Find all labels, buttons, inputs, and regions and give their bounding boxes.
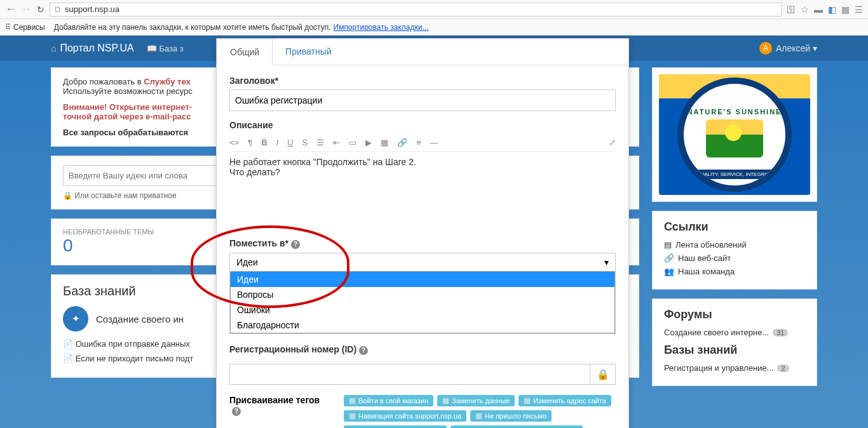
ext1-icon[interactable]: ▬ <box>814 4 823 15</box>
logo-text-top: NATURE'S SUNSHINE <box>688 108 782 116</box>
category-dropdown: Идеи Вопросы Ошибки Благодарности <box>230 271 615 333</box>
option-thanks[interactable]: Благодарности <box>231 318 614 333</box>
tab-public[interactable]: Общий <box>217 39 273 65</box>
tag-item[interactable]: Изменить адрес сайта <box>519 395 611 406</box>
tag-item[interactable]: Заменить данные <box>437 395 515 406</box>
user-name[interactable]: Алексей ▾ <box>776 43 817 53</box>
logo-card: NATURE'S SUNSHINE QUALITY, SERVICE, INTE… <box>652 67 817 202</box>
people-icon: 👥 <box>664 267 674 276</box>
link-icon[interactable]: 🔗 <box>397 138 407 147</box>
import-bookmarks-link[interactable]: Импортировать закладки... <box>334 23 429 32</box>
bookmark-hint: Добавляйте на эту панель закладки, к кот… <box>54 23 331 32</box>
link-icon: 🔗 <box>664 253 674 263</box>
home-icon: ⌂ <box>51 43 56 53</box>
forums-title: Форумы <box>664 308 805 321</box>
address-bar[interactable]: 🗋 support.nsp.ua <box>50 3 782 17</box>
kb-side-title: Базы знаний <box>664 344 805 357</box>
help-icon[interactable]: ? <box>232 407 241 416</box>
desc-label: Описание <box>229 120 616 130</box>
back-button[interactable]: ← <box>5 3 17 16</box>
brand-title[interactable]: Портал NSP.UA <box>60 43 133 54</box>
table-icon[interactable]: ▦ <box>381 138 388 147</box>
option-ideas[interactable]: Идеи <box>231 272 614 287</box>
place-label: Поместить в*? <box>229 238 616 249</box>
select-current-value: Идеи <box>236 257 258 267</box>
lock-icon[interactable]: 🔒 <box>590 364 616 385</box>
apps-icon[interactable]: ⠿ <box>5 23 11 32</box>
link-team[interactable]: 👥Наша команда <box>664 267 805 276</box>
tag-item[interactable]: Навигация сайта support.nsp.ua <box>344 410 466 422</box>
tag-item[interactable]: Не пришло письмо <box>470 410 552 422</box>
description-editor[interactable]: Не работает кнопка "Продолжить" на Шаге … <box>229 157 616 227</box>
category-select[interactable]: Идеи ▾ Идеи Вопросы Ошибки Благодарности <box>229 253 616 334</box>
user-avatar[interactable]: А <box>759 42 772 55</box>
indent-icon[interactable]: ⇤ <box>333 138 340 147</box>
forum-count-badge: 31 <box>773 329 788 337</box>
code-icon[interactable]: <> <box>229 138 239 147</box>
align-icon[interactable]: ≡ <box>416 138 421 147</box>
nav-kb[interactable]: 📖 База з <box>147 44 184 53</box>
tab-private[interactable]: Приватный <box>273 39 344 65</box>
globe-icon: 🗋 <box>54 5 62 14</box>
ext3-icon[interactable]: ▦ <box>841 4 850 15</box>
menu-icon[interactable]: ☰ <box>855 4 863 15</box>
help-icon[interactable]: ? <box>291 240 300 249</box>
help-icon[interactable]: ? <box>359 346 368 355</box>
bold-icon[interactable]: B <box>261 138 267 147</box>
reg-label: Регистрационный номер (ID)? <box>229 344 616 355</box>
forward-button[interactable]: → <box>20 3 32 16</box>
modal-tabs: Общий Приватный <box>217 39 628 65</box>
pilcrow-icon[interactable]: ¶ <box>248 138 252 147</box>
hr-icon[interactable]: — <box>430 138 438 147</box>
title-label: Заголовок* <box>229 76 616 86</box>
underline-icon[interactable]: U <box>287 138 293 147</box>
services-label[interactable]: Сервисы <box>13 23 45 32</box>
kb-side-item[interactable]: Регистрация и управление... 2 <box>664 363 805 373</box>
option-errors[interactable]: Ошибки <box>231 302 614 318</box>
reg-id-input[interactable] <box>229 364 590 385</box>
italic-icon[interactable]: I <box>276 138 279 147</box>
tag-item[interactable]: Работа сотрудников техподдержки <box>451 425 583 428</box>
rss-icon: ▤ <box>664 240 672 250</box>
url-text: support.nsp.ua <box>65 4 119 14</box>
wand-icon: ✦ <box>63 306 88 331</box>
expand-icon[interactable]: ⤢ <box>609 138 616 147</box>
tag-item[interactable]: Ошибка отправки данных <box>344 425 447 428</box>
new-topic-modal: Общий Приватный Заголовок* Описание <> ¶… <box>216 38 629 428</box>
title-input[interactable] <box>229 90 616 111</box>
ext2-icon[interactable]: ◧ <box>828 4 836 15</box>
forums-section: Форумы Создание своего интерне... 31 Баз… <box>652 298 817 386</box>
video-icon[interactable]: ▶ <box>365 138 372 147</box>
tag-item[interactable]: Войти в свой магазин <box>344 395 433 406</box>
kb-count-badge: 2 <box>777 364 789 372</box>
forum-item[interactable]: Создание своего интерне... 31 <box>664 328 805 337</box>
link-feed[interactable]: ▤Лента обновлений <box>664 240 805 250</box>
bookmark-bar: ⠿ Сервисы Добавляйте на эту панель закла… <box>0 19 868 36</box>
links-title: Ссылки <box>664 220 805 234</box>
strike-icon[interactable]: S <box>302 138 308 147</box>
star-icon[interactable]: ☆ <box>801 4 809 15</box>
tags-cloud: Войти в свой магазин Заменить данные Изм… <box>344 395 616 428</box>
links-section: Ссылки ▤Лента обновлений 🔗Наш веб-сайт 👥… <box>652 211 817 290</box>
editor-toolbar: <> ¶ B I U S ☰ ⇤ ▭ ▶ ▦ 🔗 ≡ — ⤢ <box>229 134 616 152</box>
tags-label: Присваивание тегов? <box>229 395 331 416</box>
option-questions[interactable]: Вопросы <box>231 287 614 302</box>
list-icon[interactable]: ☰ <box>316 138 324 147</box>
link-website[interactable]: 🔗Наш веб-сайт <box>664 253 805 263</box>
image-icon[interactable]: ▭ <box>349 138 356 147</box>
reload-button[interactable]: ↻ <box>37 4 44 15</box>
logo-text-bottom: QUALITY, SERVICE, INTEGRITY <box>691 170 778 179</box>
chevron-down-icon: ▾ <box>604 257 609 267</box>
key-icon[interactable]: ⚿ <box>787 4 796 15</box>
browser-toolbar: ← → ↻ 🗋 support.nsp.ua ⚿ ☆ ▬ ◧ ▦ ☰ <box>0 0 868 19</box>
